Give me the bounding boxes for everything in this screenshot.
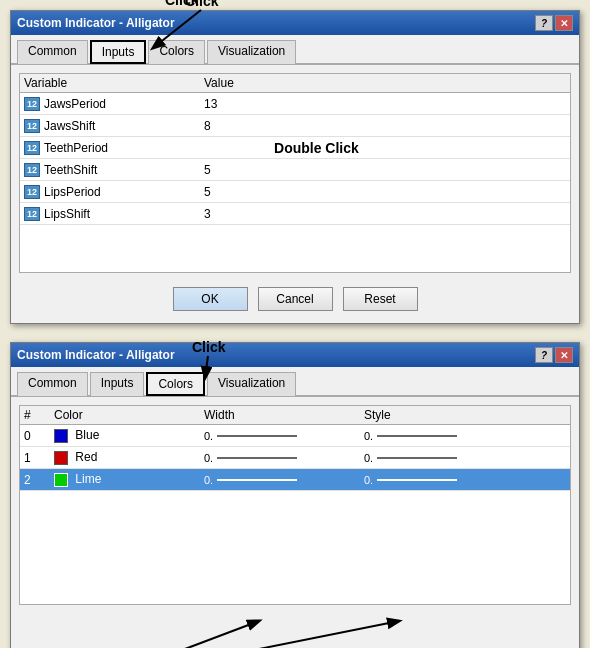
header-variable: Variable bbox=[24, 76, 204, 90]
dialog2-title: Custom Indicator - Alligator bbox=[17, 348, 175, 362]
title-bar-1: Custom Indicator - Alligator ? ✕ bbox=[11, 11, 579, 35]
table-row[interactable]: 12 JawsPeriod 13 bbox=[20, 93, 570, 115]
table-row[interactable]: 1 Red 0. 0. bbox=[20, 447, 570, 469]
line-dash bbox=[217, 435, 297, 437]
style-value: 0. bbox=[364, 452, 373, 464]
line-dash bbox=[377, 479, 457, 481]
dialog1-wrapper: Click Custom Indicator - Alligator ? ✕ C… bbox=[10, 10, 580, 324]
row-icon: 12 bbox=[24, 119, 40, 133]
row-value: Double Click bbox=[204, 140, 566, 156]
header-color: Color bbox=[54, 408, 204, 422]
colors-table-header: # Color Width Style bbox=[20, 406, 570, 425]
color-name: Blue bbox=[75, 428, 99, 442]
color-name: Lime bbox=[75, 472, 101, 486]
color-name: Red bbox=[75, 450, 97, 464]
cancel-button-1[interactable]: Cancel bbox=[258, 287, 333, 311]
table-row[interactable]: 12 TeethShift 5 bbox=[20, 159, 570, 181]
row-icon: 12 bbox=[24, 97, 40, 111]
row-value: 13 bbox=[204, 97, 566, 111]
style-value: 0. bbox=[364, 474, 373, 486]
row-icon: 12 bbox=[24, 163, 40, 177]
tabs-row-2: Common Inputs Colors Visualization bbox=[11, 367, 579, 397]
dialog2-content: # Color Width Style 0 Blue 0. bbox=[11, 397, 579, 648]
dialog1: Custom Indicator - Alligator ? ✕ Common … bbox=[10, 10, 580, 324]
annotation-area-2: Double Click bbox=[19, 613, 571, 648]
row-color: Red bbox=[54, 450, 204, 465]
help-button-1[interactable]: ? bbox=[535, 15, 553, 31]
dialog2-wrapper: Custom Indicator - Alligator ? ✕ Common … bbox=[10, 342, 580, 648]
style-value: 0. bbox=[364, 430, 373, 442]
tab-colors-2[interactable]: Colors bbox=[146, 372, 205, 396]
row-width: 0. bbox=[204, 452, 364, 464]
row-icon: 12 bbox=[24, 141, 40, 155]
row-name: LipsShift bbox=[44, 207, 204, 221]
row-name: TeethPeriod bbox=[44, 141, 204, 155]
icon-text: 12 bbox=[27, 209, 37, 219]
table-row[interactable]: 12 LipsPeriod 5 bbox=[20, 181, 570, 203]
row-color: Lime bbox=[54, 472, 204, 487]
line-dash bbox=[217, 457, 297, 459]
row-color: Blue bbox=[54, 428, 204, 443]
row-name: JawsPeriod bbox=[44, 97, 204, 111]
line-dash bbox=[217, 479, 297, 481]
tab-visualization-2[interactable]: Visualization bbox=[207, 372, 296, 396]
row-width: 0. bbox=[204, 430, 364, 442]
title-bar-buttons-1: ? ✕ bbox=[535, 15, 573, 31]
dialog2: Custom Indicator - Alligator ? ✕ Common … bbox=[10, 342, 580, 648]
row-value: 8 bbox=[204, 119, 566, 133]
row-name: JawsShift bbox=[44, 119, 204, 133]
title-bar-buttons-2: ? ✕ bbox=[535, 347, 573, 363]
row-name: TeethShift bbox=[44, 163, 204, 177]
width-value: 0. bbox=[204, 430, 213, 442]
row-value: 3 bbox=[204, 207, 566, 221]
table-row[interactable]: 12 TeethPeriod Double Click bbox=[20, 137, 570, 159]
icon-text: 12 bbox=[27, 165, 37, 175]
row-value: 5 bbox=[204, 185, 566, 199]
close-button-1[interactable]: ✕ bbox=[555, 15, 573, 31]
row-width: 0. bbox=[204, 474, 364, 486]
row-index: 2 bbox=[24, 473, 54, 487]
icon-text: 12 bbox=[27, 187, 37, 197]
row-style: 0. bbox=[364, 452, 566, 464]
tab-inputs-1[interactable]: Inputs bbox=[90, 40, 147, 64]
icon-text: 12 bbox=[27, 99, 37, 109]
table-row[interactable]: 12 JawsShift 8 bbox=[20, 115, 570, 137]
ok-button-1[interactable]: OK bbox=[173, 287, 248, 311]
dialog1-title: Custom Indicator - Alligator bbox=[17, 16, 175, 30]
tab-common-2[interactable]: Common bbox=[17, 372, 88, 396]
help-button-2[interactable]: ? bbox=[535, 347, 553, 363]
row-icon: 12 bbox=[24, 207, 40, 221]
line-dash bbox=[377, 457, 457, 459]
row-value: 5 bbox=[204, 163, 566, 177]
buttons-row-1: OK Cancel Reset bbox=[19, 281, 571, 315]
row-style: 0. bbox=[364, 474, 566, 486]
tabs-row-1: Common Inputs Colors Visualization bbox=[11, 35, 579, 65]
width-value: 0. bbox=[204, 452, 213, 464]
tab-common-1[interactable]: Common bbox=[17, 40, 88, 64]
svg-line-2 bbox=[229, 621, 399, 648]
table-row[interactable]: 12 LipsShift 3 bbox=[20, 203, 570, 225]
row-name: LipsPeriod bbox=[44, 185, 204, 199]
svg-line-1 bbox=[169, 621, 259, 648]
row-style: 0. bbox=[364, 430, 566, 442]
tab-inputs-2[interactable]: Inputs bbox=[90, 372, 145, 396]
table-row[interactable]: 0 Blue 0. 0. bbox=[20, 425, 570, 447]
color-swatch bbox=[54, 451, 68, 465]
header-hash: # bbox=[24, 408, 54, 422]
icon-text: 12 bbox=[27, 143, 37, 153]
line-dash bbox=[377, 435, 457, 437]
annotation-svg-2: Double Click bbox=[19, 613, 589, 648]
dialog1-content: Variable Value 12 JawsPeriod 13 12 JawsS… bbox=[11, 65, 579, 323]
title-bar-2: Custom Indicator - Alligator ? ✕ bbox=[11, 343, 579, 367]
tab-visualization-1[interactable]: Visualization bbox=[207, 40, 296, 64]
close-button-2[interactable]: ✕ bbox=[555, 347, 573, 363]
icon-text: 12 bbox=[27, 121, 37, 131]
header-style: Style bbox=[364, 408, 566, 422]
tab-colors-1[interactable]: Colors bbox=[148, 40, 205, 64]
colors-table: # Color Width Style 0 Blue 0. bbox=[19, 405, 571, 605]
row-index: 1 bbox=[24, 451, 54, 465]
table-row-selected[interactable]: 2 Lime 0. 0. bbox=[20, 469, 570, 491]
reset-button-1[interactable]: Reset bbox=[343, 287, 418, 311]
double-click-label-1: Double Click bbox=[274, 140, 359, 156]
row-index: 0 bbox=[24, 429, 54, 443]
